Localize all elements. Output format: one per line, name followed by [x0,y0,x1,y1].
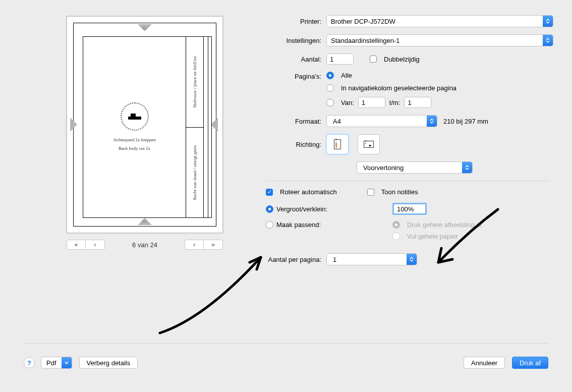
pages-to-input[interactable]: 1 [404,97,431,108]
page-first-button[interactable]: « [67,240,86,250]
print-preview: B1 B2 Achterpand 2x knippen Back body cu… [67,16,223,233]
settings-label: Instellingen: [261,37,326,44]
format-label: Formaat: [261,118,326,125]
chevrons-icon [543,35,553,46]
printer-value: Brother DCP-J572DW [331,18,395,25]
pages-to-label: t/m: [389,99,401,106]
chevrons-icon [427,116,437,127]
pages-all-radio[interactable] [326,72,334,79]
pattern-text-1: Achterpand 2x knippen [113,137,155,143]
fit-whole-paper-radio [392,233,400,240]
scale-radio[interactable] [266,205,273,213]
format-value: A4 [333,118,341,125]
rotate-auto-checkbox[interactable]: ✓ [266,189,273,196]
fit-label: Maak passend: [276,221,362,229]
pages-from-input[interactable]: 1 [358,97,385,108]
cancel-button[interactable]: Annuleer [464,357,505,369]
orientation-label: Richting: [261,141,326,148]
print-button[interactable]: Druk af [512,357,548,369]
reg-mark-left-icon [70,118,77,132]
page-indicator: 6 van 24 [132,241,157,249]
per-page-value: 1 [333,256,336,263]
chevron-down-icon [62,357,72,368]
fit-whole-image-radio [392,221,400,229]
per-page-select[interactable]: 1 [326,253,417,265]
page-prev-button[interactable]: ‹ [86,240,105,250]
svg-rect-1 [131,114,136,117]
format-select[interactable]: A4 [326,115,437,127]
pattern-text-2: Back body cut 2x [119,145,150,152]
duplex-checkbox[interactable] [370,55,377,63]
orientation-portrait-button[interactable]: ↑🧍 [326,134,349,154]
reg-label-bottom: B2 [139,219,150,223]
per-page-label: Aantal per pagina: [200,256,326,263]
separator [266,181,548,181]
orientation-landscape-button[interactable]: ↑▸ [358,134,380,154]
chevrons-icon [462,162,472,173]
duplex-label: Dubbelzijdig [384,55,420,63]
reg-label-top: B1 [139,26,150,30]
pdf-label: Pdf [41,359,62,367]
settings-select[interactable]: Standaardinstellingen-1 [326,34,553,46]
rotate-auto-label: Roteer automatisch [280,188,337,196]
fit-whole-paper-label: Vul gehele papier [407,233,458,240]
section-value: Voorvertoning [363,164,404,172]
pages-from-label: Van: [341,99,354,106]
copies-label: Aantal: [261,55,326,63]
fit-whole-image-label: Druk gehele afbeelding af [407,221,482,229]
pages-all-label: Alle [341,72,352,79]
pages-range-radio[interactable] [326,99,334,106]
scale-input[interactable]: 100% [392,203,427,215]
printer-label: Printer: [261,18,326,25]
printer-select[interactable]: Brother DCP-J572DW [326,15,553,27]
pattern-logo-icon [121,102,149,131]
help-button[interactable]: ? [24,357,35,368]
svg-point-2 [137,117,140,120]
pdf-menu-button[interactable]: Pdf [41,357,72,369]
show-notes-checkbox[interactable] [367,189,374,196]
fit-radio[interactable] [266,221,273,229]
pages-nav-radio[interactable] [326,84,334,92]
hide-details-button[interactable]: Verberg details [79,357,138,369]
side-label-top: Stofvouw / place on foldline [186,37,203,127]
pages-label: Pagina's: [261,72,326,80]
section-select[interactable]: Voorvertoning [357,161,473,174]
reg-mark-right-icon [211,118,218,132]
settings-value: Standaardinstellingen-1 [331,37,400,44]
chevrons-icon [543,16,553,27]
scale-label: Vergroot/verklein: [276,205,362,213]
page-next-button[interactable]: › [185,240,204,250]
side-label-bottom: Recht van draad / straigt grain [186,128,203,218]
pages-nav-label: In navigatiekolom geselecteerde pagina [341,84,456,92]
chevrons-icon [407,254,417,265]
show-notes-label: Toon notities [381,188,418,196]
copies-input[interactable]: 1 [326,53,354,65]
format-dimensions: 210 bij 297 mm [443,118,488,125]
page-last-button[interactable]: » [204,240,223,250]
